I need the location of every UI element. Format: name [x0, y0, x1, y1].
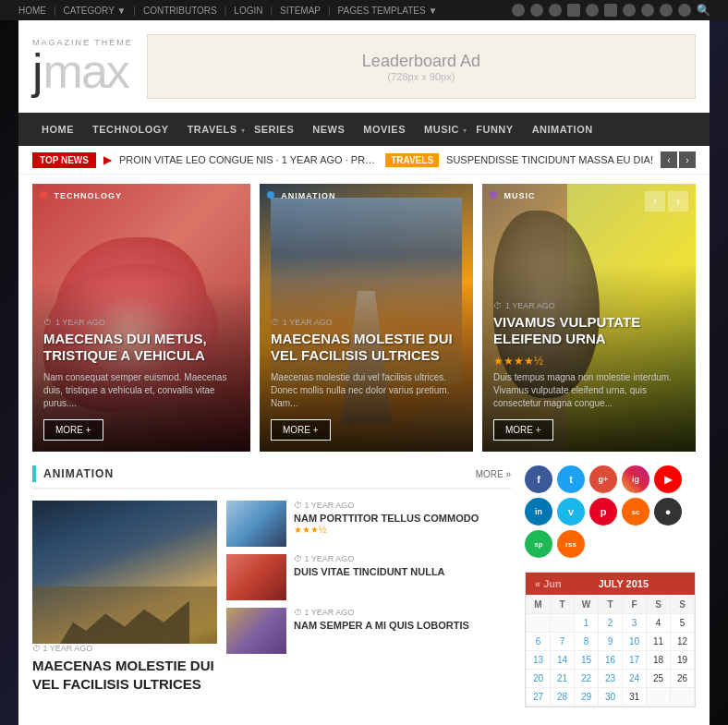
cal-cell-1[interactable]: 1 [575, 614, 599, 633]
cal-day-f: F [623, 596, 647, 614]
topbar-icon-10[interactable] [678, 4, 691, 17]
social-soundcloud[interactable]: sc [622, 498, 649, 526]
cal-cell-14[interactable]: 14 [551, 651, 575, 670]
feat-rating-3: ★★★★½ [493, 355, 685, 368]
topnav-pages[interactable]: PAGES TEMPLATES ▼ [338, 6, 438, 16]
feat-overlay-2: ⏱ 1 YEAR AGO MAECENAS MOLESTIE DUI VEL F… [260, 281, 473, 452]
social-twitter[interactable]: t [557, 465, 585, 493]
social-rss[interactable]: rss [557, 530, 585, 558]
feat-title-1: MAECENAS DUI METUS, TRISTIQUE A VEHICULA [43, 331, 239, 364]
feat-time-2: ⏱ 1 YEAR AGO [271, 318, 462, 327]
nav-series[interactable]: SERIES [245, 113, 303, 146]
topbar-icon-6[interactable] [604, 4, 617, 17]
cal-cell-2[interactable]: 2 [599, 614, 623, 633]
breaking-prev-btn[interactable]: ‹ [661, 151, 677, 168]
cal-cell-13[interactable]: 13 [527, 651, 551, 670]
cat-indicator-blue [267, 191, 274, 199]
cal-cell-21[interactable]: 21 [551, 670, 575, 688]
topnav-contributors[interactable]: CONTRIBUTORS [143, 6, 217, 16]
topnav-home[interactable]: HOME [18, 6, 46, 16]
topbar-icon-5[interactable] [586, 4, 599, 17]
social-facebook[interactable]: f [525, 465, 552, 493]
clock-icon-3: ⏱ [493, 301, 502, 310]
topnav-sitemap[interactable]: SITEMAP [280, 6, 321, 16]
anim-item-time-2: ⏱ 1 YEAR AGO [294, 554, 511, 563]
calendar-body: 1 2 3 4 5 6 7 8 9 10 [527, 614, 695, 707]
nav-funny[interactable]: FUNNY [467, 113, 522, 146]
breaking-next-btn[interactable]: › [679, 151, 696, 168]
cal-cell-25: 25 [647, 670, 671, 688]
section-more-link[interactable]: MORE » [476, 469, 511, 479]
topnav-category[interactable]: CATEGORY ▼ [64, 6, 127, 16]
anim-item-title-3[interactable]: NAM SEMPER A MI QUIS LOBORTIS [294, 619, 511, 632]
featured-item-3: MUSIC ‹ › ⏱ 1 YEAR AGO VIVAMUS VULPUTATE… [482, 184, 696, 452]
feat-next-btn-3[interactable]: › [668, 191, 688, 211]
cal-cell-27[interactable]: 27 [527, 688, 551, 707]
topbar-icon-1[interactable] [512, 4, 525, 17]
cal-cell-24[interactable]: 24 [623, 670, 647, 688]
cal-cell-empty-4 [671, 688, 695, 707]
social-youtube[interactable]: ▶ [654, 465, 682, 493]
cal-cell-15[interactable]: 15 [575, 651, 599, 670]
calendar-prev-btn[interactable]: « Jun [535, 578, 562, 589]
cal-cell-6[interactable]: 6 [527, 633, 551, 651]
leaderboard-ad: Leaderboard Ad (728px x 90px) [147, 34, 696, 99]
cal-cell-29[interactable]: 29 [575, 688, 599, 707]
topbar-icon-4[interactable] [567, 4, 580, 17]
feat-desc-1: Nam consequat semper euismod. Maecenas d… [43, 371, 239, 410]
topbar-icon-3[interactable] [549, 4, 562, 17]
anim-item-rating-1: ★★★½ [294, 525, 511, 535]
cal-cell-9[interactable]: 9 [599, 633, 623, 651]
topbar-icon-2[interactable] [530, 4, 543, 17]
cal-cell-empty-1 [527, 614, 551, 633]
topbar-icon-search[interactable]: 🔍 [697, 4, 710, 17]
nav-technology[interactable]: TECHNOLOGY [83, 113, 178, 146]
nav-travels[interactable]: TRAVELS [178, 113, 239, 146]
cal-cell-30[interactable]: 30 [599, 688, 623, 707]
social-pinterest[interactable]: p [589, 498, 617, 526]
clock-icon-main: ⏱ [32, 644, 43, 653]
anim-thumb-2 [226, 554, 286, 600]
topnav-login[interactable]: LOGIN [234, 6, 262, 16]
feat-overlay-3: ⏱ 1 YEAR AGO VIVAMUS VULPUTATE ELEIFEND … [482, 264, 696, 452]
anim-item-title-2[interactable]: DUIS VITAE TINCIDUNT NULLA [294, 565, 511, 578]
feat-more-btn-2[interactable]: MORE + [271, 419, 331, 441]
topbar-icon-9[interactable] [660, 4, 673, 17]
cal-cell-22[interactable]: 22 [575, 670, 599, 688]
cal-cell-12: 12 [671, 633, 695, 651]
nav-music[interactable]: MUSIC [415, 113, 461, 146]
social-spotify[interactable]: sp [525, 530, 552, 558]
cal-cell-10[interactable]: 10 [623, 633, 647, 651]
feat-desc-2: Maecenas molestie dui vel facilisis ultr… [271, 371, 462, 410]
feat-more-btn-3[interactable]: MORE + [493, 419, 553, 441]
cal-cell-23[interactable]: 23 [599, 670, 623, 688]
nav-home[interactable]: HOME [32, 113, 83, 146]
social-linkedin[interactable]: in [525, 498, 552, 526]
anim-item-title-1[interactable]: NAM PORTTITOR TELLUS COMMODO [294, 512, 511, 525]
social-vimeo[interactable]: v [557, 498, 585, 526]
cal-cell-3[interactable]: 3 [623, 614, 647, 633]
cal-cell-16[interactable]: 16 [599, 651, 623, 670]
social-instagram[interactable]: ig [622, 465, 649, 493]
nav-travels-dropdown[interactable]: TRAVELS ▾ [178, 113, 245, 146]
cal-cell-17[interactable]: 17 [623, 651, 647, 670]
nav-news[interactable]: NEWS [303, 113, 354, 146]
feat-more-btn-1[interactable]: MORE + [43, 419, 103, 441]
cal-cell-8[interactable]: 8 [575, 633, 599, 651]
cal-cell-28[interactable]: 28 [551, 688, 575, 707]
anim-main-title[interactable]: MAECENAS MOLESTIE DUI VEL FACILISIS ULTR… [32, 657, 217, 693]
cal-cell-20[interactable]: 20 [527, 670, 551, 688]
cal-day-m: M [527, 596, 551, 614]
feat-prev-btn-3[interactable]: ‹ [645, 191, 665, 211]
cal-cell-7[interactable]: 7 [551, 633, 575, 651]
nav-music-dropdown[interactable]: MUSIC ▾ [415, 113, 467, 146]
feat-overlay-1: ⏱ 1 YEAR AGO MAECENAS DUI METUS, TRISTIQ… [32, 281, 250, 452]
social-bookmark[interactable]: ● [654, 498, 682, 526]
nav-movies[interactable]: MOVIES [354, 113, 415, 146]
topbar-icon-7[interactable] [623, 4, 636, 17]
topbar-icon-8[interactable] [641, 4, 654, 17]
nav-animation[interactable]: ANIMATION [523, 113, 602, 146]
social-googleplus[interactable]: g+ [589, 465, 617, 493]
anim-list-item-3: ⏱ 1 YEAR AGO NAM SEMPER A MI QUIS LOBORT… [226, 608, 511, 654]
cal-week-1: 1 2 3 4 5 [527, 614, 695, 633]
